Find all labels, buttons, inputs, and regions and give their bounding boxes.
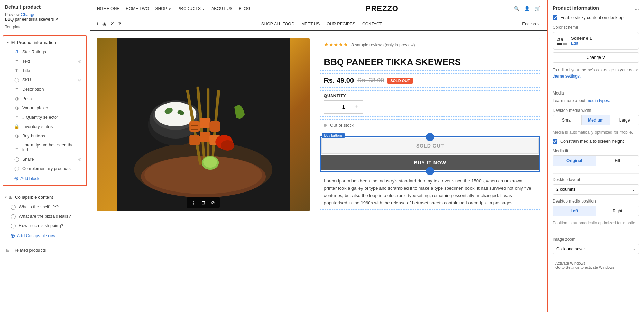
sidebar-item-description[interactable]: ≡ Description: [3, 84, 86, 94]
theme-helper-text: To edit all your theme's colors, go to y…: [553, 67, 639, 79]
nav-home-two[interactable]: HOME TWO: [126, 6, 149, 11]
collapsible-content-header[interactable]: ▾ ⊞ Collapsible content: [0, 192, 90, 202]
quantity-decrease-button[interactable]: −: [324, 101, 337, 113]
collapsible-grid-icon: ⊞: [9, 194, 13, 200]
sidebar-item-text[interactable]: ≡ Text ⊘: [3, 56, 86, 66]
sidebar-item-lorem[interactable]: ≡ Lorem Ipsum has been the ind...: [3, 141, 86, 154]
scheme-edit-link[interactable]: Edit: [571, 41, 592, 46]
text-icon: ≡: [14, 59, 19, 64]
constrain-media-checkbox[interactable]: [553, 139, 557, 144]
nav-contact[interactable]: CONTACT: [362, 21, 382, 26]
quantity-increase-button[interactable]: +: [350, 101, 363, 113]
fit-original-button[interactable]: Original: [553, 156, 596, 166]
sticky-content-row: Enable sticky content on desktop: [553, 15, 639, 20]
sidebar-item-variant-picker[interactable]: ◑ Variant picker: [3, 103, 86, 113]
twitter-icon[interactable]: ✗: [110, 21, 114, 27]
sidebar-item-quantity-selector[interactable]: # # Quantity selector: [3, 113, 86, 122]
price-original: Rs. 68.00: [357, 77, 384, 84]
width-medium-button[interactable]: Medium: [582, 115, 610, 125]
layout-chevron-icon: ⌄: [632, 187, 635, 192]
nav-shop-all-food[interactable]: SHOP ALL FOOD: [261, 21, 294, 26]
scheme-bar-dark: [557, 43, 562, 45]
image-hide-icon[interactable]: ⊘: [209, 199, 216, 206]
nav-our-recipes[interactable]: OUR RECIPES: [327, 21, 355, 26]
sidebar-item-inventory-status[interactable]: 🔒 Inventory status: [3, 122, 86, 131]
nav-products[interactable]: PRODUCTS ∨: [178, 6, 205, 11]
media-types-link[interactable]: media types.: [587, 98, 610, 103]
media-helper-text: Learn more about media types.: [553, 98, 639, 104]
desktop-layout-dropdown[interactable]: 2 columns ⌄: [553, 184, 639, 195]
constrain-media-label: Constrain media to screen height: [560, 139, 624, 144]
divider-1: [553, 87, 639, 87]
sidebar-item-pizza-details[interactable]: ◯ What are the pizza details?: [0, 212, 90, 221]
nav-shop[interactable]: SHOP ∨: [155, 6, 171, 11]
change-scheme-button[interactable]: Change ∨: [553, 52, 639, 63]
section-label: Product information: [17, 40, 56, 45]
add-block-button[interactable]: ⊕ Add block: [3, 173, 86, 184]
language-selector[interactable]: English ∨: [522, 21, 540, 26]
sidebar-item-star-ratings[interactable]: J Star Ratings: [3, 47, 86, 56]
sku-eye-icon[interactable]: ⊘: [78, 78, 81, 82]
add-above-button[interactable]: +: [426, 133, 434, 141]
pizza-details-label: What are the pizza details?: [19, 214, 85, 219]
search-icon[interactable]: 🔍: [514, 6, 519, 11]
preview-value: BBQ paneer tikka skewers ↗: [5, 17, 85, 22]
facebook-icon[interactable]: f: [97, 21, 98, 27]
image-layout-icon[interactable]: ⊟: [200, 199, 207, 206]
preview-label: Preview: [5, 12, 20, 17]
svg-rect-25: [191, 129, 198, 130]
width-large-button[interactable]: Large: [610, 115, 639, 125]
fit-fill-button[interactable]: Fill: [596, 156, 639, 166]
sidebar-item-shelf-life[interactable]: ◯ What's the shelf life?: [0, 202, 90, 212]
pinterest-icon[interactable]: 𝐏: [118, 21, 121, 27]
product-information-header[interactable]: ▾ ⊞ Product information: [3, 37, 86, 47]
title-label: Title: [22, 68, 81, 73]
image-zoom-dropdown[interactable]: Click and hover ⌄: [553, 244, 639, 254]
sticky-content-checkbox[interactable]: [553, 15, 557, 20]
scheme-bar-mid: [563, 43, 567, 45]
instagram-icon[interactable]: ◉: [102, 21, 106, 27]
primary-nav-links: HOME ONE HOME TWO SHOP ∨ PRODUCTS ∨ ABOU…: [97, 6, 250, 11]
nav-blog[interactable]: BLOG: [239, 6, 250, 11]
preview-change-link[interactable]: Change: [21, 12, 35, 17]
product-image: [97, 38, 310, 211]
account-icon[interactable]: 👤: [524, 6, 530, 11]
cart-icon[interactable]: 🛒: [535, 6, 540, 11]
add-below-button[interactable]: +: [426, 167, 434, 175]
inventory-status-section: Out of stock: [320, 119, 540, 131]
position-right-button[interactable]: Right: [596, 206, 639, 216]
variant-picker-icon: ◑: [14, 105, 19, 110]
preview-content: ⊹ ⊟ ⊘ ★★★★★ 3 sample reviews (only in pr…: [90, 31, 547, 312]
media-label: Media: [553, 91, 639, 96]
nav-meet-us[interactable]: MEET US: [301, 21, 320, 26]
store-top-nav: HOME ONE HOME TWO SHOP ∨ PRODUCTS ∨ ABOU…: [90, 0, 547, 17]
share-eye-icon[interactable]: ⊘: [78, 157, 81, 162]
sidebar-item-related-products[interactable]: ⊞ Related products: [0, 246, 90, 255]
scheme-preview: Aa: [557, 37, 567, 45]
nav-about-us[interactable]: ABOUT US: [211, 6, 232, 11]
collapsible-content-section: ▾ ⊞ Collapsible content ◯ What's the she…: [0, 190, 90, 242]
right-sidebar-title: Product information: [553, 5, 599, 11]
text-eye-icon[interactable]: ⊘: [78, 59, 81, 64]
more-options-button[interactable]: ...: [635, 5, 639, 11]
desktop-layout-label: Desktop layout: [553, 177, 639, 182]
color-scheme-label: Color scheme: [553, 25, 639, 30]
color-scheme-box: Aa Scheme 1 Edit: [553, 32, 639, 50]
add-collapsible-row-button[interactable]: ⊕ Add Collapsible row: [0, 230, 90, 241]
position-left-button[interactable]: Left: [553, 206, 596, 216]
width-small-button[interactable]: Small: [553, 115, 582, 125]
nav-home-one[interactable]: HOME ONE: [97, 6, 119, 11]
zoom-chevron-icon: ⌄: [632, 247, 635, 251]
theme-settings-link[interactable]: theme settings.: [553, 74, 581, 79]
svg-rect-17: [200, 132, 210, 142]
sidebar-item-sku[interactable]: ◯ SKU ⊘: [3, 75, 86, 84]
sidebar-item-buy-buttons[interactable]: ◑ Buy buttons: [3, 131, 86, 141]
quantity-selector-label: # Quantity selector: [22, 115, 81, 120]
quantity-label: QUANTITY: [324, 93, 536, 98]
sidebar-item-share[interactable]: ◯ Share ⊘: [3, 154, 86, 164]
sidebar-item-title[interactable]: T Title: [3, 66, 86, 75]
sidebar-item-complementary[interactable]: ◯ Complementary products: [3, 164, 86, 173]
sidebar-item-shipping[interactable]: ◯ How much is shipping?: [0, 221, 90, 230]
sidebar-item-price[interactable]: ◑ Price: [3, 94, 86, 103]
image-move-icon[interactable]: ⊹: [190, 199, 197, 206]
